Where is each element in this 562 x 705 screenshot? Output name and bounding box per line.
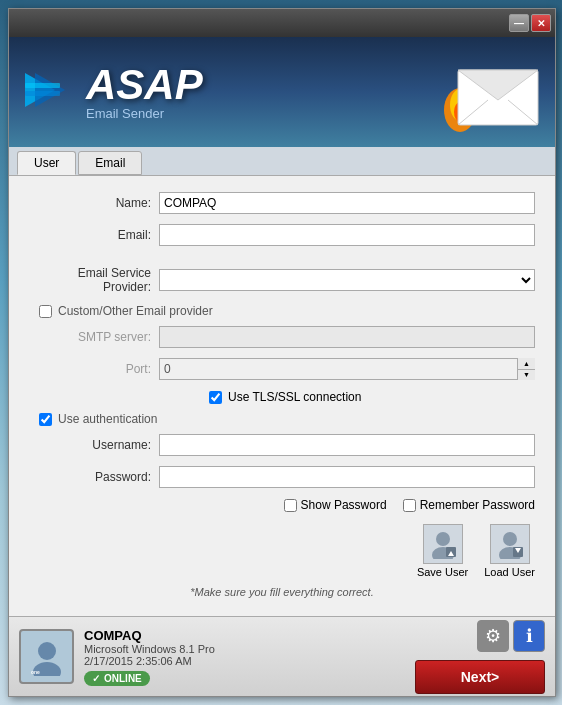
password-input[interactable] [159,466,535,488]
footer-date: 2/17/2015 2:35:06 AM [84,655,215,667]
email-service-row: Email Service Provider: [29,266,535,294]
username-row: Username: [29,434,535,456]
username-input[interactable] [159,434,535,456]
svg-rect-3 [25,91,60,96]
smtp-label: SMTP server: [29,330,159,344]
use-auth-row: Use authentication [29,412,535,426]
email-input[interactable] [159,224,535,246]
status-note: *Make sure you fill everything correct. [29,586,535,598]
info-button[interactable]: ℹ [513,620,545,652]
footer-info: COMPAQ Microsoft Windows 8.1 Pro 2/17/20… [84,628,215,686]
load-user-label: Load User [484,566,535,578]
next-button[interactable]: Next> [415,660,545,694]
svg-point-15 [503,532,517,546]
footer-avatar: one Click [19,629,74,684]
gear-icon: ⚙ [485,625,501,647]
email-service-label: Email Service Provider: [29,266,159,294]
remember-password-label: Remember Password [420,498,535,512]
smtp-input [159,326,535,348]
minimize-button[interactable]: — [509,14,529,32]
tabs-bar: User Email [9,147,555,176]
port-input [159,358,535,380]
svg-point-19 [38,642,56,660]
svg-marker-1 [35,73,65,107]
show-password-checkbox[interactable] [284,499,297,512]
email-row: Email: [29,224,535,246]
content-area: Name: Email: Email Service Provider: Cus… [9,176,555,616]
svg-text:Click: Click [31,675,42,676]
online-text: ONLINE [104,673,142,684]
svg-point-11 [436,532,450,546]
action-buttons-row: Save User Load User [29,524,535,578]
password-label: Password: [29,470,159,484]
use-auth-checkbox[interactable] [39,413,52,426]
port-row: Port: ▲ ▼ [29,358,535,380]
tab-email[interactable]: Email [78,151,142,175]
show-password-label: Show Password [301,498,387,512]
name-input[interactable] [159,192,535,214]
footer-top-icons: ⚙ ℹ [477,620,545,652]
settings-button[interactable]: ⚙ [477,620,509,652]
port-down-button[interactable]: ▼ [518,370,535,381]
main-window: — ✕ ASAP Email Sender [8,8,556,697]
port-spinner-buttons: ▲ ▼ [517,358,535,380]
envelope-area [425,47,545,137]
port-label: Port: [29,362,159,376]
port-spinner: ▲ ▼ [159,358,535,380]
custom-email-label: Custom/Other Email provider [58,304,213,318]
footer-username: COMPAQ [84,628,215,643]
tls-label: Use TLS/SSL connection [228,390,361,404]
tab-user[interactable]: User [17,151,76,175]
envelope-icon [428,50,543,135]
show-password-row: Show Password [284,498,387,512]
footer-icons: ⚙ ℹ Next> [415,620,545,694]
save-user-icon [423,524,463,564]
tls-row: Use TLS/SSL connection [29,390,535,404]
username-label: Username: [29,438,159,452]
port-up-button[interactable]: ▲ [518,358,535,370]
password-row: Password: [29,466,535,488]
logo-asap: ASAP [86,64,203,106]
name-row: Name: [29,192,535,214]
load-user-icon [490,524,530,564]
name-label: Name: [29,196,159,210]
footer-bar: one Click COMPAQ Microsoft Windows 8.1 P… [9,616,555,696]
smtp-row: SMTP server: [29,326,535,348]
header: ASAP Email Sender [9,37,555,147]
custom-email-row: Custom/Other Email provider [29,304,535,318]
remember-password-row: Remember Password [403,498,535,512]
use-auth-label: Use authentication [58,412,157,426]
save-user-button[interactable]: Save User [417,524,468,578]
logo-area: ASAP Email Sender [25,63,203,121]
email-label: Email: [29,228,159,242]
logo-icon [25,63,80,118]
load-user-button[interactable]: Load User [484,524,535,578]
info-icon: ℹ [526,625,533,647]
email-service-select[interactable] [159,269,535,291]
remember-password-checkbox[interactable] [403,499,416,512]
password-options-row: Show Password Remember Password [29,498,535,512]
logo-text-area: ASAP Email Sender [86,64,203,121]
save-user-label: Save User [417,566,468,578]
online-badge: ✓ ONLINE [84,671,150,686]
close-button[interactable]: ✕ [531,14,551,32]
custom-email-checkbox[interactable] [39,305,52,318]
tls-checkbox[interactable] [209,391,222,404]
check-icon: ✓ [92,673,100,684]
footer-os: Microsoft Windows 8.1 Pro [84,643,215,655]
svg-rect-2 [25,83,60,88]
title-bar: — ✕ [9,9,555,37]
